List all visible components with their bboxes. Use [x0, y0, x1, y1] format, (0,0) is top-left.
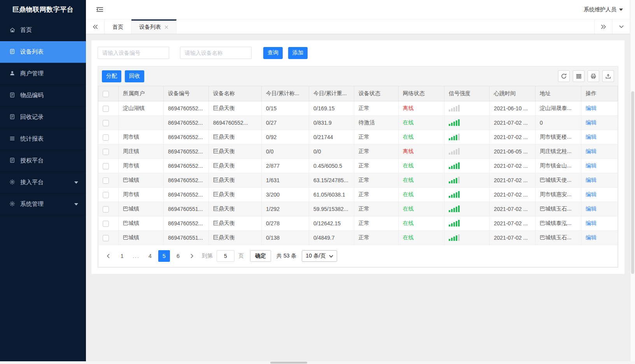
signal-bars-icon: [449, 219, 460, 226]
network-status-cell: 在线: [399, 231, 444, 245]
print-icon[interactable]: [588, 70, 599, 82]
edit-link[interactable]: 编辑: [586, 162, 597, 169]
columns-icon[interactable]: [573, 70, 584, 82]
signal-bars-icon: [449, 133, 460, 140]
row-checkbox[interactable]: [103, 235, 109, 241]
page-size-label: 10 条/页: [306, 253, 325, 260]
action-cell: 编辑: [581, 101, 618, 116]
row-checkbox[interactable]: [103, 106, 109, 112]
tab-home[interactable]: 首页: [105, 19, 131, 34]
menu-fold-icon[interactable]: [96, 6, 103, 13]
sidebar-item-home[interactable]: 首页: [0, 19, 86, 41]
column-header: 所属商户: [119, 86, 164, 101]
edit-link[interactable]: 编辑: [586, 220, 597, 226]
add-button[interactable]: 添加: [288, 47, 308, 59]
tab-device-list[interactable]: 设备列表: [131, 19, 177, 34]
row-checkbox[interactable]: [103, 221, 109, 227]
signal-cell: [444, 145, 490, 159]
vertical-scrollbar-thumb[interactable]: [631, 91, 634, 274]
tabbar: 首页设备列表: [86, 19, 630, 34]
signal-cell: [444, 116, 490, 130]
page-button[interactable]: 5: [158, 250, 170, 262]
sidebar-item-label: 授权平台: [20, 157, 44, 164]
sidebar-item-item-code[interactable]: 物品编码: [0, 85, 86, 106]
close-icon[interactable]: [164, 25, 168, 29]
horizontal-scrollbar[interactable]: [0, 361, 635, 364]
horizontal-scrollbar-thumb[interactable]: [270, 362, 307, 364]
recycle-button[interactable]: 回收: [125, 70, 144, 82]
row-checkbox[interactable]: [103, 134, 109, 141]
heartbeat-cell: 2021-07-02 ...: [490, 202, 535, 216]
tabs-scroll-right-icon[interactable]: [594, 19, 612, 34]
merchant-cell: 周庄镇: [119, 145, 164, 159]
device-no-input[interactable]: [98, 47, 169, 59]
sidebar-item-merchant-mgmt[interactable]: 商户管理: [0, 63, 86, 85]
device-name-cell: 巨鼎天衡: [209, 216, 262, 231]
refresh-icon[interactable]: [558, 70, 570, 82]
edit-link[interactable]: 编辑: [586, 206, 597, 212]
edit-link[interactable]: 编辑: [586, 177, 597, 183]
edit-link[interactable]: 编辑: [586, 234, 597, 240]
tabs-scroll-left-icon[interactable]: [86, 19, 105, 34]
column-header: 今日/累计重...: [309, 86, 354, 101]
vertical-scrollbar[interactable]: [630, 0, 635, 361]
merchant-cell: 淀山湖镇: [119, 101, 164, 116]
row-checkbox[interactable]: [103, 149, 109, 155]
today-weight-cell: 0/21744: [309, 130, 354, 145]
device-status-cell: 正常: [354, 159, 399, 173]
sidebar-item-statistics[interactable]: 统计报表: [0, 128, 86, 150]
tabs-menu-icon[interactable]: [612, 19, 630, 34]
edit-link[interactable]: 编辑: [586, 119, 597, 125]
prev-page-icon[interactable]: [102, 254, 114, 258]
page-size-select[interactable]: 10 条/页: [302, 250, 337, 262]
caret-down-icon: [329, 255, 333, 258]
sidebar-nav: 首页设备列表商户管理物品编码回收记录统计报表授权平台接入平台系统管理: [0, 19, 86, 215]
signal-cell: [444, 130, 490, 145]
address-cell: 巴城镇玉石...: [535, 231, 581, 245]
sidebar-item-recycle-records[interactable]: 回收记录: [0, 106, 86, 128]
page-unit-label: 页: [238, 253, 244, 260]
network-status-cell: 在线: [399, 130, 444, 145]
table-body: 淀山湖镇8694760552...巨鼎天衡0/150/169.15正常离线202…: [98, 101, 618, 245]
row-checkbox[interactable]: [103, 192, 109, 198]
export-icon[interactable]: [602, 70, 614, 82]
edit-link[interactable]: 编辑: [586, 191, 597, 197]
page-button[interactable]: 1: [116, 250, 128, 262]
device-list-panel: 查询 添加 分配 回收: [91, 40, 625, 274]
sidebar-item-auth-platform[interactable]: 授权平台: [0, 150, 86, 172]
edit-link[interactable]: 编辑: [586, 148, 597, 154]
page-button[interactable]: 4: [144, 250, 156, 262]
query-button[interactable]: 查询: [263, 47, 283, 59]
row-checkbox[interactable]: [103, 163, 109, 169]
goto-label: 到第: [202, 253, 213, 260]
address-cell: 周市镇金山...: [535, 159, 581, 173]
sidebar-item-system-mgmt[interactable]: 系统管理: [0, 193, 86, 215]
search-row: 查询 添加: [98, 47, 618, 59]
table-row: 巴城镇8694760552...巨鼎天衡1/63163.15/24785...正…: [98, 173, 618, 188]
row-checkbox[interactable]: [103, 120, 109, 126]
device-status-cell: 正常: [354, 188, 399, 202]
edit-link[interactable]: 编辑: [586, 105, 597, 111]
user-role-label: 系统维护人员: [584, 6, 616, 13]
confirm-button[interactable]: 确定: [250, 250, 271, 262]
device-no-cell: 8694760552...: [164, 130, 209, 145]
user-menu[interactable]: 系统维护人员: [584, 6, 623, 13]
tabs: 首页设备列表: [105, 19, 177, 34]
edit-link[interactable]: 编辑: [586, 134, 597, 140]
goto-page-input[interactable]: [217, 250, 234, 262]
sidebar-item-access-platform[interactable]: 接入平台: [0, 172, 86, 193]
action-cell: 编辑: [581, 173, 618, 188]
assign-button[interactable]: 分配: [102, 70, 121, 82]
row-checkbox[interactable]: [103, 178, 109, 184]
row-checkbox[interactable]: [103, 206, 109, 212]
heartbeat-cell: 2021-07-02 ...: [490, 231, 535, 245]
device-no-cell: 8694760552...: [164, 173, 209, 188]
today-weight-cell: 0/0: [309, 145, 354, 159]
device-name-input[interactable]: [180, 47, 252, 59]
next-page-icon[interactable]: [186, 254, 198, 258]
page-button[interactable]: 6: [172, 250, 184, 262]
select-all-checkbox[interactable]: [103, 91, 109, 97]
device-name-cell: 巨鼎天衡: [209, 159, 262, 173]
merchant-cell: 周市镇: [119, 130, 164, 145]
sidebar-item-device-list[interactable]: 设备列表: [0, 41, 86, 63]
